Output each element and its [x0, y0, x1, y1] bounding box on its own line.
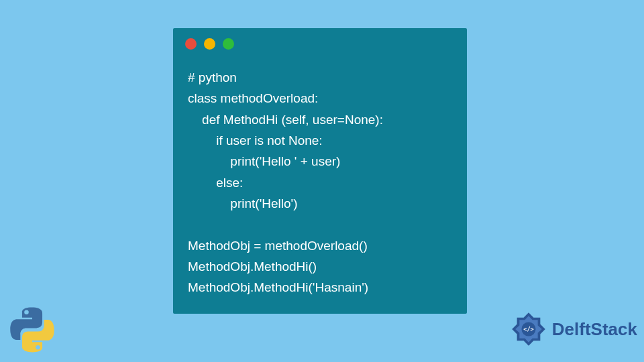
- code-line: MethodObj.MethodHi(): [188, 259, 317, 274]
- svg-point-0: [24, 310, 29, 315]
- svg-text:</>: </>: [523, 326, 534, 333]
- code-line: print('Hello'): [188, 196, 298, 210]
- traffic-lights: [173, 28, 467, 55]
- maximize-icon: [223, 38, 234, 50]
- code-line: print('Hello ' + user): [188, 154, 340, 168]
- code-line: # python: [188, 70, 237, 84]
- code-line: if user is not None:: [188, 133, 323, 147]
- minimize-icon: [204, 38, 215, 50]
- close-icon: [185, 38, 197, 50]
- code-line: MethodObj = methodOverload(): [188, 239, 368, 253]
- code-line: class methodOverload:: [188, 91, 318, 105]
- code-line: else:: [188, 176, 243, 190]
- delftstack-icon: </>: [508, 308, 549, 350]
- code-content: # python class methodOverload: def Metho…: [173, 55, 467, 298]
- delftstack-logo: </> DelftStack: [508, 308, 637, 350]
- code-window: # python class methodOverload: def Metho…: [173, 28, 467, 314]
- delftstack-text: DelftStack: [552, 319, 637, 340]
- code-line: def MethodHi (self, user=None):: [188, 113, 383, 127]
- python-logo-icon: [8, 306, 56, 354]
- code-line: MethodObj.MethodHi('Hasnain'): [188, 280, 368, 294]
- svg-point-1: [36, 345, 40, 350]
